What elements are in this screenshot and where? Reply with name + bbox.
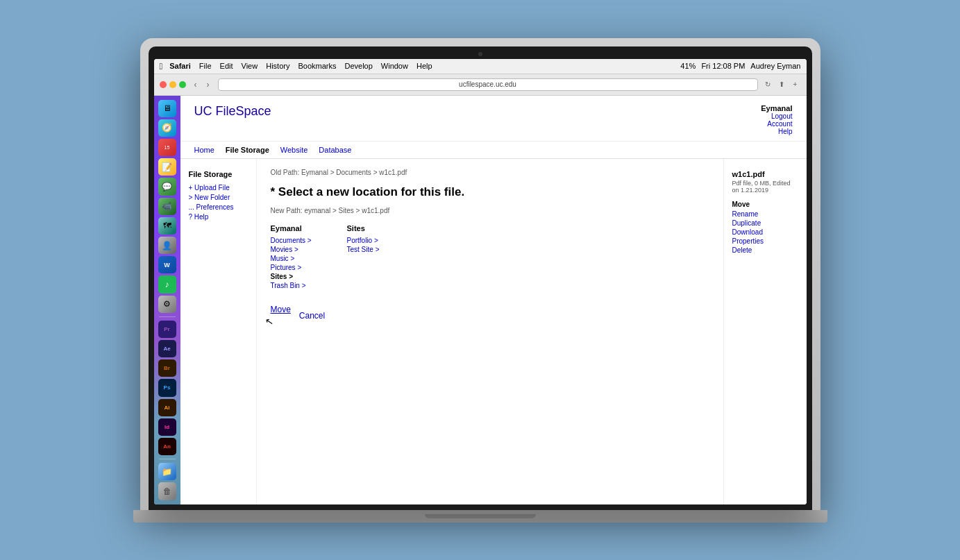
dock-contacts[interactable]: 👤 (158, 237, 176, 254)
preferences-link[interactable]: ... Preferences (189, 203, 248, 211)
help-menu[interactable]: Help (416, 62, 432, 70)
test-site-item[interactable]: Test Site > (347, 246, 403, 253)
mac-dock: 🖥 🧭 15 📝 💬 📹 🗺 👤 W ♪ ⚙ Pr Ae (154, 96, 180, 504)
upload-file-link[interactable]: + Upload File (189, 184, 248, 192)
nav-buttons: ‹ › (190, 79, 214, 90)
file-action-rename[interactable]: Rename (732, 210, 798, 218)
dock-finder[interactable]: 🖥 (158, 100, 176, 117)
main-content: File Storage + Upload File > New Folder … (180, 159, 807, 504)
dock-facetime[interactable]: 📹 (158, 198, 176, 215)
file-action-duplicate[interactable]: Duplicate (732, 219, 798, 227)
address-bar[interactable]: ucfilespace.uc.edu (218, 78, 758, 91)
dock-safari[interactable]: 🧭 (158, 119, 176, 137)
window-menu[interactable]: Window (381, 62, 408, 70)
browser-chrome: ‹ › ucfilespace.uc.edu ↻ ⬆ + (154, 74, 807, 96)
dock-illustrator[interactable]: Ai (158, 399, 176, 416)
dock-trash[interactable]: 🗑 (158, 482, 176, 500)
battery-indicator: 41% (680, 62, 696, 70)
nav-database[interactable]: Database (319, 146, 351, 154)
right-sidebar: w1c1.pdf Pdf file, 0 MB, Edited on 1.21.… (723, 159, 807, 504)
share-icon[interactable]: ⬆ (776, 79, 787, 90)
documents-item[interactable]: Documents > (271, 237, 326, 244)
safari-menu[interactable]: Safari (169, 62, 191, 70)
dock-divider2 (159, 459, 176, 459)
laptop-base (133, 510, 827, 523)
dock-divider (159, 316, 176, 317)
close-button[interactable] (160, 81, 167, 88)
dock-animate[interactable]: An (158, 438, 176, 455)
mac-menubar:  Safari File Edit View History Bookmark… (154, 59, 807, 74)
site-header: UC FileSpace Eymanal Logout Account Help (180, 96, 807, 142)
user-display: Audrey Eyman (750, 62, 800, 70)
trash-bin-item[interactable]: Trash Bin > (271, 282, 326, 289)
nav-file-storage[interactable]: File Storage (226, 146, 269, 154)
forward-button[interactable]: › (203, 79, 214, 90)
logout-link[interactable]: Logout (761, 112, 792, 120)
view-menu[interactable]: View (242, 62, 258, 70)
sidebar-title: File Storage (189, 170, 248, 178)
help-link[interactable]: Help (761, 128, 792, 135)
minimize-button[interactable] (169, 81, 176, 88)
browser-content: 🖥 🧭 15 📝 💬 📹 🗺 👤 W ♪ ⚙ Pr Ae (154, 96, 807, 504)
edit-menu[interactable]: Edit (220, 62, 233, 70)
sites-item[interactable]: Sites > (271, 273, 326, 280)
file-meta: Pdf file, 0 MB, Edited on 1.21.2019 (732, 180, 798, 194)
dock-premiere[interactable]: Pr (158, 321, 176, 338)
plus-icon[interactable]: + (790, 79, 801, 90)
file-action-delete[interactable]: Delete (732, 246, 798, 254)
sites-column: Sites Portfolio > Test Site > (347, 224, 403, 291)
dock-after-effects[interactable]: Ae (158, 340, 176, 357)
file-action-download[interactable]: Download (732, 228, 798, 236)
site-nav: Home File Storage Website Database (180, 142, 807, 159)
laptop-wrapper:  Safari File Edit View History Bookmark… (133, 38, 827, 523)
file-action-properties[interactable]: Properties (732, 237, 798, 245)
dock-calendar[interactable]: 15 (158, 139, 176, 156)
help-sidebar-link[interactable]: ? Help (189, 213, 248, 221)
account-link[interactable]: Account (761, 120, 792, 128)
pictures-item[interactable]: Pictures > (271, 264, 326, 271)
file-action-move[interactable]: Move (732, 201, 798, 208)
apple-logo-icon:  (160, 61, 163, 71)
file-menu[interactable]: File (199, 62, 212, 70)
new-path: New Path: eymanal > Sites > w1c1.pdf (271, 207, 709, 214)
web-page: UC FileSpace Eymanal Logout Account Help… (180, 96, 807, 504)
browser-controls: ↻ ⬆ + (762, 79, 801, 90)
menu-items: Safari File Edit View History Bookmarks … (169, 62, 432, 70)
move-button[interactable]: Move (271, 305, 291, 314)
dock-spotify[interactable]: ♪ (158, 275, 176, 293)
cancel-button[interactable]: Cancel (299, 311, 325, 321)
refresh-icon[interactable]: ↻ (762, 79, 773, 90)
new-folder-link[interactable]: > New Folder (189, 194, 248, 201)
portfolio-item[interactable]: Portfolio > (347, 237, 403, 244)
nav-website[interactable]: Website (280, 146, 308, 154)
dock-folder[interactable]: 📁 (158, 463, 176, 480)
music-item[interactable]: Music > (271, 255, 326, 262)
traffic-lights (160, 81, 186, 88)
back-button[interactable]: ‹ (190, 79, 201, 90)
browser-toolbar: ‹ › ucfilespace.uc.edu ↻ ⬆ + (154, 74, 807, 95)
dock-messages[interactable]: 💬 (158, 178, 176, 195)
develop-menu[interactable]: Develop (344, 62, 372, 70)
action-buttons: Move ↖ Cancel (271, 305, 709, 327)
move-instruction: * Select a new location for this file. (271, 185, 709, 200)
maximize-button[interactable] (179, 81, 186, 88)
menubar-right: 41% Fri 12:08 PM Audrey Eyman (680, 62, 800, 70)
breadcrumb: Old Path: Eymanal > Documents > w1c1.pdf (271, 169, 709, 176)
nav-home[interactable]: Home (194, 146, 214, 154)
dock-system-prefs[interactable]: ⚙ (158, 296, 176, 313)
movies-item[interactable]: Movies > (271, 246, 326, 253)
screen-content:  Safari File Edit View History Bookmark… (154, 59, 807, 504)
dock-bridge[interactable]: Br (158, 359, 176, 377)
dock-photoshop[interactable]: Ps (158, 379, 176, 396)
laptop-outer:  Safari File Edit View History Bookmark… (140, 38, 820, 510)
file-browser: Eymanal Documents > Movies > Music > Pic… (271, 224, 709, 291)
eymanal-column: Eymanal Documents > Movies > Music > Pic… (271, 224, 326, 291)
history-menu[interactable]: History (266, 62, 289, 70)
dock-word[interactable]: W (158, 256, 176, 273)
bookmarks-menu[interactable]: Bookmarks (298, 62, 336, 70)
dock-maps[interactable]: 🗺 (158, 217, 176, 235)
sites-column-header: Sites (347, 224, 403, 232)
dock-notes[interactable]: 📝 (158, 158, 176, 176)
screen-bezel:  Safari File Edit View History Bookmark… (149, 46, 812, 510)
dock-indesign[interactable]: Id (158, 418, 176, 436)
